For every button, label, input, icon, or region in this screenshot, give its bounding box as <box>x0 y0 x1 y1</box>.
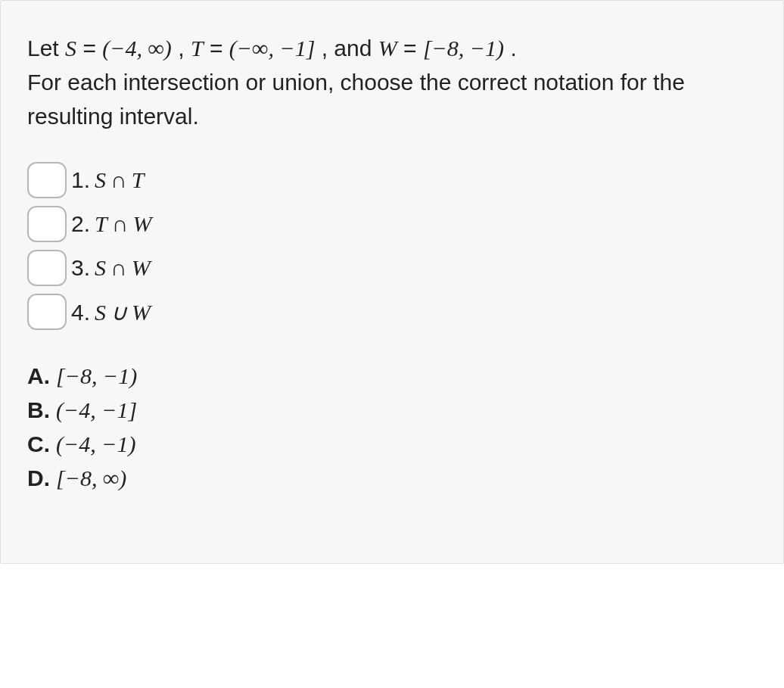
sep-1: , <box>178 36 191 61</box>
equals-1: = <box>82 36 102 61</box>
instruction-text: For each intersection or union, choose t… <box>27 70 685 129</box>
choice-b[interactable]: B. (−4, −1] <box>27 393 757 427</box>
equals-3: = <box>403 36 423 61</box>
choice-label: C. <box>27 427 50 461</box>
q-number: 1. <box>71 167 90 193</box>
equals-2: = <box>210 36 229 61</box>
q-op: ∩ <box>112 211 129 237</box>
q-rhs: W <box>132 300 151 325</box>
question-card: Let S = (−4, ∞) , T = (−∞, −1] , and W =… <box>0 0 784 564</box>
answer-slot-4[interactable] <box>27 294 67 330</box>
match-items: 1. S ∩ T 2. T ∩ W 3. S ∩ W <box>27 162 757 330</box>
q-op: ∩ <box>110 167 127 193</box>
val-s: (−4, ∞) <box>102 36 172 61</box>
choice-d[interactable]: D. [−8, ∞) <box>27 461 757 495</box>
val-t: (−∞, −1] <box>229 36 316 61</box>
choice-label: D. <box>27 461 50 495</box>
q-rhs: W <box>132 255 151 281</box>
q-op: ∪ <box>110 299 127 325</box>
answer-choices: A. [−8, −1) B. (−4, −1] C. (−4, −1) D. [… <box>27 359 757 495</box>
q-lhs: S <box>95 255 106 281</box>
choice-c[interactable]: C. (−4, −1) <box>27 427 757 461</box>
choice-value: (−4, −1] <box>56 393 137 427</box>
q-lhs: S <box>95 300 106 325</box>
q-number: 4. <box>71 300 90 325</box>
choice-label: A. <box>27 359 50 393</box>
choice-value: (−4, −1) <box>56 427 135 461</box>
match-row: 4. S ∪ W <box>27 294 757 330</box>
question-prompt: Let S = (−4, ∞) , T = (−∞, −1] , and W =… <box>27 31 757 133</box>
var-s: S <box>65 36 76 61</box>
match-row: 2. T ∩ W <box>27 206 757 242</box>
q-number: 3. <box>71 255 90 281</box>
question-4: 4. S ∪ W <box>71 299 151 325</box>
var-w: W <box>378 36 397 61</box>
q-lhs: T <box>95 211 107 237</box>
var-t: T <box>191 36 204 61</box>
val-w: [−8, −1) <box>423 36 504 61</box>
choice-a[interactable]: A. [−8, −1) <box>27 359 757 393</box>
match-row: 3. S ∩ W <box>27 250 757 286</box>
answer-slot-2[interactable] <box>27 206 67 242</box>
question-3: 3. S ∩ W <box>71 255 151 281</box>
q-number: 2. <box>71 211 90 237</box>
choice-value: [−8, −1) <box>56 359 137 393</box>
period: . <box>510 36 516 61</box>
sep-2: , and <box>322 36 378 61</box>
question-1: 1. S ∩ T <box>71 167 144 193</box>
q-op: ∩ <box>110 255 127 281</box>
text-let: Let <box>27 36 65 61</box>
choice-value: [−8, ∞) <box>56 461 126 495</box>
q-rhs: T <box>132 167 145 193</box>
q-rhs: W <box>132 211 151 237</box>
choice-label: B. <box>27 393 50 427</box>
answer-slot-1[interactable] <box>27 162 67 198</box>
match-row: 1. S ∩ T <box>27 162 757 198</box>
answer-slot-3[interactable] <box>27 250 67 286</box>
question-2: 2. T ∩ W <box>71 211 151 237</box>
q-lhs: S <box>95 167 106 193</box>
